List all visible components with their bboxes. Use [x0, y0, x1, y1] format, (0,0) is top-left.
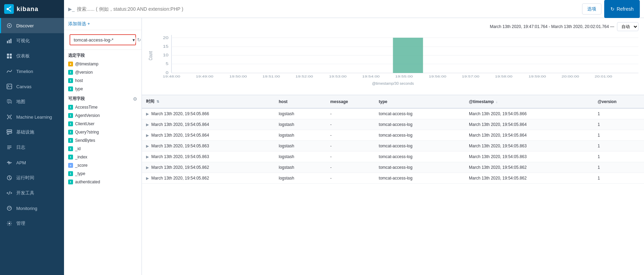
search-input[interactable]	[77, 6, 582, 12]
expand-row-button[interactable]: ▶	[146, 155, 149, 159]
svg-text:0: 0	[166, 71, 169, 75]
expand-row-button[interactable]: ▶	[146, 176, 149, 181]
sidebar-item-timelion[interactable]: Timelion	[0, 64, 64, 79]
cell-type: tomcat-access-log	[375, 119, 465, 130]
available-fields-gear-button[interactable]: ⚙	[133, 96, 137, 102]
sidebar-item-label-uptime: 运行时间	[16, 175, 34, 181]
field-item-id[interactable]: t _id	[64, 145, 142, 153]
expand-row-button[interactable]: ▶	[146, 112, 149, 116]
field-type-t: t	[68, 105, 73, 110]
cell-timestamp: March 13th 2020, 19:54:05.862	[465, 162, 593, 173]
cell-type: tomcat-access-log	[375, 108, 465, 119]
field-item-querystring[interactable]: t Query?string	[64, 128, 142, 136]
svg-point-11	[8, 85, 9, 86]
sidebar-item-monitoring[interactable]: Monitoring	[0, 201, 64, 216]
field-item-timestamp[interactable]: ● @timestamp	[64, 60, 142, 68]
content-area: 添加筛选 + ▾ ↻ 选定字段 ● @timestamp t @version	[64, 18, 644, 275]
svg-line-17	[8, 116, 9, 116]
sidebar-item-label-timelion: Timelion	[16, 69, 33, 74]
sidebar-item-infra[interactable]: 基础设施	[0, 125, 64, 140]
left-panel: 添加筛选 + ▾ ↻ 选定字段 ● @timestamp t @version	[64, 18, 142, 275]
field-item-doctype[interactable]: t _type	[64, 169, 142, 178]
index-pattern-input[interactable]	[74, 37, 132, 43]
topbar: ▶_ 选项 ↻ Refresh	[64, 0, 644, 18]
index-refresh-button[interactable]: ↻	[137, 37, 141, 43]
field-item-authenticated[interactable]: t authenticated	[64, 178, 142, 186]
expand-row-button[interactable]: ▶	[146, 144, 149, 148]
svg-rect-8	[7, 56, 9, 58]
cell-message: -	[326, 119, 374, 130]
cell-timestamp: March 13th 2020, 19:54:05.864	[465, 119, 593, 130]
add-filter-bar[interactable]: 添加筛选 +	[64, 18, 142, 30]
field-item-agentversion[interactable]: t AgentVersion	[64, 111, 142, 120]
options-button[interactable]: 选项	[582, 3, 601, 15]
field-item-index[interactable]: t _index	[64, 153, 142, 161]
sidebar-item-maps[interactable]: 地图	[0, 94, 64, 109]
col-header-time: 时间 ⇅	[142, 95, 275, 108]
refresh-icon: ↻	[610, 6, 615, 12]
chart-x-label: @timestamp/30 seconds	[147, 81, 638, 85]
sidebar-item-discover[interactable]: Discover	[0, 18, 64, 33]
index-dropdown-button[interactable]: ▾	[132, 37, 136, 43]
expand-row-button[interactable]: ▶	[146, 133, 149, 138]
monitoring-icon	[6, 205, 13, 212]
selected-fields-title: 选定字段	[64, 50, 142, 60]
cell-version: 1	[593, 108, 644, 119]
table-header-row: 时间 ⇅ host message type	[142, 95, 644, 108]
cell-host: logstash	[275, 162, 326, 173]
col-header-host: host	[275, 95, 326, 108]
discover-icon	[6, 22, 13, 29]
expand-row-button[interactable]: ▶	[146, 122, 149, 127]
sidebar-item-logs[interactable]: 日志	[0, 140, 64, 155]
index-pattern-selector[interactable]: ▾ ↻	[70, 34, 136, 45]
field-item-clientuser[interactable]: t ClientUser	[64, 120, 142, 128]
sidebar-item-visualize[interactable]: 可视化	[0, 33, 64, 48]
canvas-icon	[6, 83, 13, 90]
svg-point-13	[7, 115, 8, 116]
devtools-icon	[6, 190, 13, 196]
histogram-chart: 0 5 10 15 20 Count	[147, 33, 638, 82]
svg-text:20:01:00: 20:01:00	[595, 75, 612, 78]
expand-row-button[interactable]: ▶	[146, 165, 149, 170]
chart-header: March 13th 2020, 19:47:01.764 - March 13…	[147, 22, 638, 31]
sidebar-item-label-manage: 管理	[16, 220, 25, 227]
field-item-score[interactable]: # _score	[64, 161, 142, 169]
field-item-accesstime[interactable]: t AccessTime	[64, 103, 142, 111]
field-name-version: @version	[75, 70, 93, 75]
svg-text:20: 20	[163, 36, 169, 40]
field-type-t-id: t	[68, 146, 73, 151]
cell-message: -	[326, 173, 374, 184]
cell-message: -	[326, 141, 374, 152]
field-type-t-qs: t	[68, 130, 73, 135]
field-item-version[interactable]: t @version	[64, 68, 142, 76]
sidebar-item-apm[interactable]: APM	[0, 155, 64, 170]
field-item-host[interactable]: t host	[64, 76, 142, 85]
dashboard-icon	[6, 53, 13, 59]
sidebar-item-ml[interactable]: Machine Learning	[0, 109, 64, 125]
svg-rect-9	[10, 56, 12, 58]
auto-interval-select[interactable]: 自动	[617, 22, 638, 31]
sidebar-item-devtools[interactable]: 开发工具	[0, 185, 64, 201]
field-name-agentversion: AgentVersion	[75, 113, 100, 118]
cell-timestamp: March 13th 2020, 19:54:05.862	[465, 173, 593, 184]
field-item-sendbytes[interactable]: t SendBytes	[64, 136, 142, 145]
sidebar-item-canvas[interactable]: Canvas	[0, 79, 64, 94]
histogram-bar-6	[393, 38, 423, 73]
field-name-id: _id	[75, 146, 81, 151]
refresh-button[interactable]: ↻ Refresh	[604, 0, 640, 18]
field-item-type[interactable]: t type	[64, 85, 142, 93]
sidebar-item-uptime[interactable]: 运行时间	[0, 170, 64, 185]
sort-time-icon[interactable]: ⇅	[156, 100, 159, 103]
svg-text:19:53:00: 19:53:00	[329, 75, 347, 78]
sidebar-item-manage[interactable]: 管理	[0, 216, 64, 231]
cell-host: logstash	[275, 141, 326, 152]
field-type-t-host: t	[68, 78, 73, 83]
svg-rect-5	[10, 39, 11, 43]
time-range-label: March 13th 2020, 19:47:01.764 - March 13…	[490, 24, 614, 29]
cell-version: 1	[593, 152, 644, 162]
data-table-area: 时间 ⇅ host message type	[142, 95, 644, 275]
field-type-t-version: t	[68, 70, 73, 75]
sidebar-item-dashboard[interactable]: 仪表板	[0, 48, 64, 64]
cell-host: logstash	[275, 108, 326, 119]
sort-timestamp-icon[interactable]: ↓	[496, 100, 498, 104]
